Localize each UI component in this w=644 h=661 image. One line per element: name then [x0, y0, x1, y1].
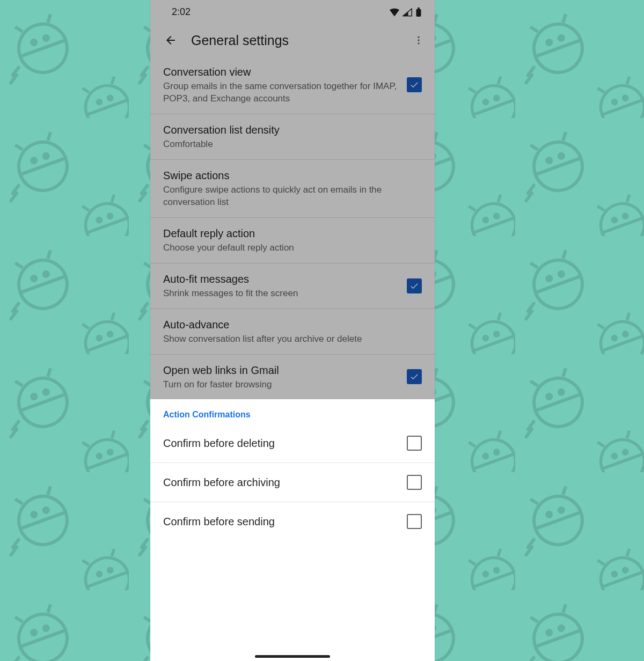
setting-title: Conversation list density — [163, 123, 416, 137]
setting-title: Auto-advance — [163, 318, 416, 332]
confirm-archive-checkbox[interactable] — [407, 475, 422, 490]
setting-title: Open web links in Gmail — [163, 363, 401, 378]
check-icon — [409, 281, 419, 291]
svg-rect-10 — [418, 8, 420, 9]
battery-icon — [415, 8, 422, 17]
setting-title: Confirm before archiving — [163, 475, 401, 490]
setting-autofit[interactable]: Auto-fit messages Shrink messages to fit… — [150, 263, 435, 309]
navigation-handle[interactable] — [255, 655, 330, 658]
back-button[interactable] — [160, 34, 181, 47]
setting-open-web-links[interactable]: Open web links in Gmail Turn on for fast… — [150, 355, 435, 400]
svg-point-11 — [418, 36, 419, 38]
status-time: 2:02 — [172, 6, 191, 18]
confirm-delete-checkbox[interactable] — [407, 436, 422, 451]
setting-subtitle: Comfortable — [163, 138, 416, 151]
setting-subtitle: Configure swipe actions to quickly act o… — [163, 184, 416, 209]
setting-subtitle: Turn on for faster browsing — [163, 379, 401, 391]
setting-title: Conversation view — [163, 65, 401, 79]
setting-title: Confirm before sending — [163, 515, 401, 529]
setting-title: Confirm before deleting — [163, 436, 401, 451]
svg-point-12 — [418, 39, 419, 41]
status-bar: 2:02 — [150, 0, 435, 24]
setting-swipe-actions[interactable]: Swipe actions Configure swipe actions to… — [150, 160, 435, 218]
setting-title: Default reply action — [163, 226, 416, 241]
phone-frame: 2:02 General settings — [150, 0, 435, 661]
setting-title: Auto-fit messages — [163, 272, 401, 287]
setting-conversation-view[interactable]: Conversation view Group emails in the sa… — [150, 56, 435, 114]
setting-title: Swipe actions — [163, 168, 416, 183]
wifi-icon — [390, 8, 399, 17]
overflow-menu-button[interactable] — [408, 35, 429, 46]
svg-rect-9 — [416, 9, 421, 16]
setting-default-reply[interactable]: Default reply action Choose your default… — [150, 218, 435, 263]
page-background: 2:02 General settings — [0, 0, 644, 661]
setting-subtitle: Choose your default reply action — [163, 242, 416, 254]
setting-confirm-archive[interactable]: Confirm before archiving — [150, 463, 435, 502]
setting-confirm-send[interactable]: Confirm before sending — [150, 502, 435, 541]
section-header: Action Confirmations — [150, 399, 435, 424]
more-vert-icon — [413, 35, 424, 46]
setting-density[interactable]: Conversation list density Comfortable — [150, 114, 435, 160]
autofit-checkbox[interactable] — [407, 278, 422, 293]
signal-icon — [402, 8, 412, 17]
conversation-view-checkbox[interactable] — [407, 77, 422, 92]
open-links-checkbox[interactable] — [407, 369, 422, 384]
arrow-left-icon — [164, 34, 177, 47]
page-title: General settings — [191, 33, 408, 48]
svg-point-13 — [418, 42, 419, 44]
setting-confirm-delete[interactable]: Confirm before deleting — [150, 424, 435, 463]
setting-subtitle: Group emails in the same conversation to… — [163, 80, 401, 105]
action-confirmations-section: Action Confirmations Confirm before dele… — [150, 399, 435, 541]
check-icon — [409, 80, 419, 90]
settings-list: Conversation view Group emails in the sa… — [150, 56, 435, 399]
setting-subtitle: Show conversation list after you archive… — [163, 333, 416, 346]
check-icon — [409, 372, 419, 381]
confirm-send-checkbox[interactable] — [407, 514, 422, 529]
app-header: General settings — [150, 24, 435, 56]
setting-autoadvance[interactable]: Auto-advance Show conversation list afte… — [150, 309, 435, 355]
setting-subtitle: Shrink messages to fit the screen — [163, 288, 401, 300]
